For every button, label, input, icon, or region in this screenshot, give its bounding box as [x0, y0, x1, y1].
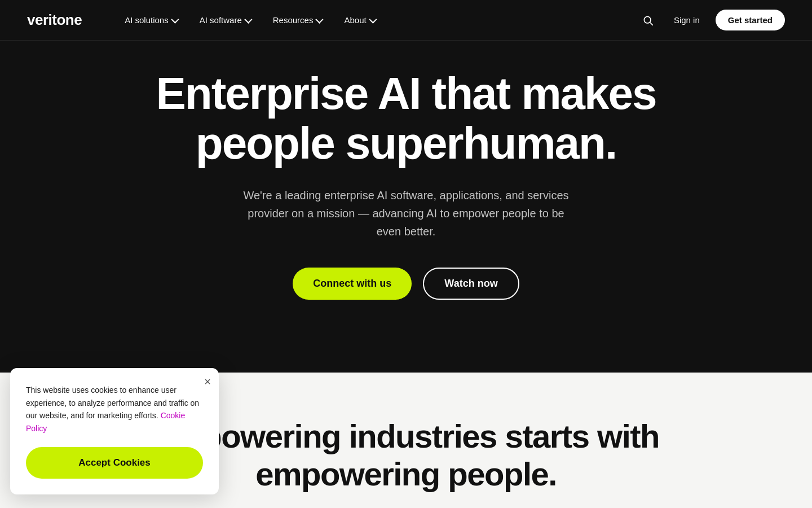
- chevron-down-icon: [171, 15, 179, 23]
- hero-title: Enterprise AI that makes people superhum…: [96, 69, 716, 168]
- below-hero-title: Empowering industries starts with empowe…: [152, 418, 660, 493]
- chevron-down-icon: [316, 15, 324, 23]
- nav-item-about[interactable]: About: [335, 11, 383, 29]
- nav-actions: Sign in Get started: [638, 10, 785, 30]
- accept-cookies-button[interactable]: Accept Cookies: [26, 447, 203, 479]
- nav-item-resources[interactable]: Resources: [264, 11, 331, 29]
- nav-links: AI solutions AI software Resources About: [116, 11, 638, 29]
- hero-section: Enterprise AI that makes people superhum…: [0, 0, 812, 373]
- svg-line-1: [650, 22, 653, 25]
- hero-buttons: Connect with us Watch now: [293, 268, 519, 300]
- chevron-down-icon: [244, 15, 252, 23]
- cookie-banner: × This website uses cookies to enhance u…: [10, 368, 219, 494]
- get-started-button[interactable]: Get started: [716, 10, 785, 30]
- logo-text: veritone: [27, 11, 82, 29]
- cookie-text: This website uses cookies to enhance use…: [26, 384, 203, 435]
- search-svg: [642, 15, 654, 26]
- logo[interactable]: veritone: [27, 11, 82, 29]
- connect-with-us-button[interactable]: Connect with us: [293, 268, 412, 300]
- sign-in-button[interactable]: Sign in: [667, 11, 707, 29]
- cookie-close-button[interactable]: ×: [204, 376, 211, 387]
- nav-item-ai-solutions[interactable]: AI solutions: [116, 11, 186, 29]
- chevron-down-icon: [369, 15, 377, 23]
- watch-now-button[interactable]: Watch now: [423, 268, 519, 300]
- nav-item-ai-software[interactable]: AI software: [191, 11, 259, 29]
- hero-subtitle: We're a leading enterprise AI software, …: [242, 186, 570, 240]
- navbar: veritone AI solutions AI software Resour…: [0, 0, 812, 41]
- search-icon[interactable]: [638, 10, 658, 30]
